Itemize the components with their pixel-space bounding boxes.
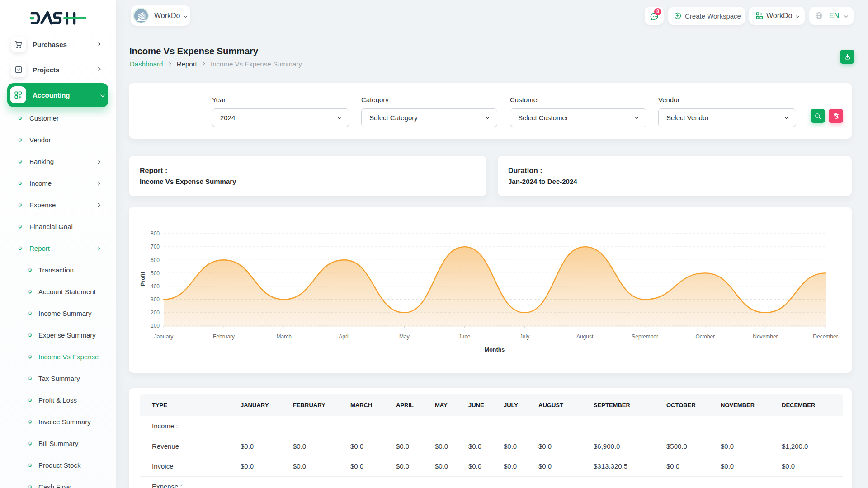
svg-text:July: July — [520, 333, 529, 340]
svg-text:August: August — [576, 333, 594, 340]
svg-text:100: 100 — [151, 323, 160, 329]
svg-text:December: December — [813, 333, 838, 340]
svg-text:Months: Months — [485, 347, 505, 353]
svg-text:300: 300 — [151, 296, 160, 303]
svg-text:January: January — [154, 333, 174, 340]
svg-text:May: May — [399, 333, 410, 340]
svg-text:700: 700 — [151, 244, 160, 250]
svg-text:March: March — [277, 333, 292, 340]
svg-text:500: 500 — [151, 270, 160, 277]
svg-text:June: June — [458, 333, 470, 340]
svg-text:400: 400 — [151, 283, 160, 290]
svg-text:February: February — [213, 333, 235, 340]
svg-text:October: October — [695, 333, 715, 340]
svg-text:200: 200 — [151, 310, 160, 316]
svg-text:600: 600 — [151, 257, 160, 263]
svg-text:Profit: Profit — [140, 272, 146, 286]
svg-text:800: 800 — [151, 230, 160, 237]
svg-text:September: September — [632, 333, 658, 340]
svg-text:April: April — [339, 333, 349, 340]
svg-text:November: November — [753, 333, 778, 340]
